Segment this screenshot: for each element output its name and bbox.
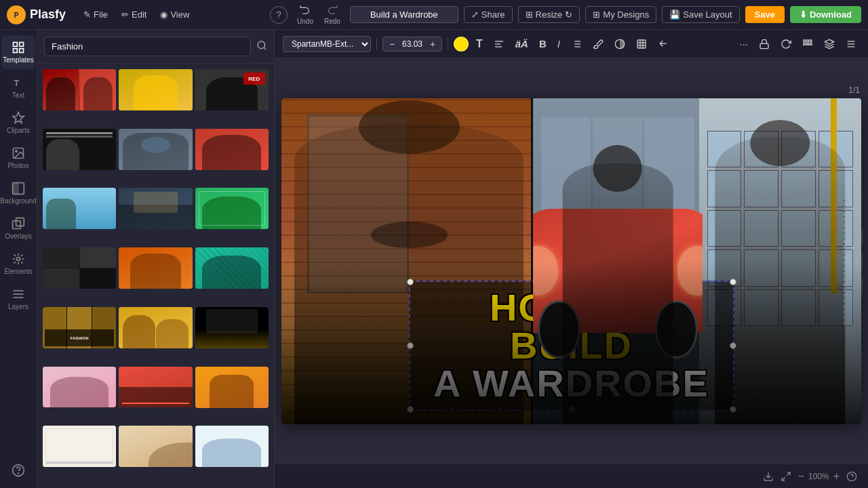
sidebar-item-cliparts[interactable]: Cliparts: [1, 106, 35, 140]
template-card[interactable]: [119, 426, 192, 467]
template-card[interactable]: [43, 367, 116, 408]
template-card[interactable]: FASHION: [43, 307, 116, 348]
undo-button[interactable]: Undo: [293, 3, 317, 26]
template-card[interactable]: [43, 188, 116, 229]
template-card[interactable]: [195, 129, 269, 170]
template-card[interactable]: [43, 247, 116, 289]
svg-point-20: [258, 41, 265, 49]
toolbar: SpartanMB-Ext... − 63.03 + T äÄ B I: [275, 30, 868, 58]
template-card[interactable]: [119, 367, 192, 408]
bottom-bar: − 100% +: [275, 464, 868, 488]
template-card[interactable]: [195, 188, 269, 229]
svg-line-50: [782, 477, 785, 481]
fill-button[interactable]: [654, 37, 672, 52]
svg-text:T: T: [14, 78, 19, 88]
view-menu[interactable]: ◉ View: [155, 7, 195, 22]
my-designs-button[interactable]: ⊞ My Designs: [585, 6, 656, 23]
page-indicator: 1/1: [848, 85, 860, 95]
svg-rect-3: [20, 43, 24, 47]
download-icon: ⬇: [800, 9, 807, 20]
italic-button[interactable]: I: [554, 36, 564, 52]
main-area: Templates T Text Cliparts Photos Backgro…: [0, 30, 868, 488]
opacity-button[interactable]: [611, 37, 629, 52]
templates-grid: RED: [37, 64, 274, 488]
design-title-input[interactable]: [350, 6, 458, 23]
template-card[interactable]: [43, 129, 116, 170]
svg-line-21: [264, 47, 266, 49]
resize-button[interactable]: ⊞ Resize ↻: [518, 6, 580, 23]
lock-button[interactable]: [755, 37, 773, 52]
more-options-button[interactable]: ···: [736, 36, 751, 52]
template-card[interactable]: [195, 307, 269, 348]
redo-button[interactable]: Redo: [320, 3, 344, 26]
align-center-button[interactable]: äÄ: [512, 36, 532, 52]
layers-panel-button[interactable]: [821, 37, 838, 52]
font-size-decrease[interactable]: −: [386, 39, 398, 49]
sidebar-item-text[interactable]: T Text: [1, 70, 35, 104]
template-card[interactable]: [119, 307, 192, 348]
list-button[interactable]: [568, 37, 585, 52]
grid-button[interactable]: [799, 37, 816, 52]
template-card[interactable]: RED: [195, 69, 269, 110]
nav-photos-label: Photos: [7, 162, 28, 169]
zoom-increase-button[interactable]: +: [833, 470, 840, 483]
effect-button[interactable]: [633, 37, 650, 52]
svg-rect-11: [13, 183, 18, 195]
search-input[interactable]: [44, 37, 251, 56]
font-size-increase[interactable]: +: [427, 39, 439, 49]
left-nav: Templates T Text Cliparts Photos Backgro…: [0, 30, 37, 488]
align-left-button[interactable]: [490, 37, 508, 52]
share-button[interactable]: ⤢ Share: [464, 6, 513, 23]
template-card[interactable]: [119, 69, 192, 110]
save-button[interactable]: Save: [745, 6, 785, 23]
template-card[interactable]: [119, 247, 192, 289]
svg-rect-32: [637, 40, 646, 48]
share-icon: ⤢: [471, 9, 479, 20]
bold-button[interactable]: B: [536, 36, 550, 52]
font-size-value: 63.03: [400, 39, 425, 49]
template-card[interactable]: [43, 69, 116, 110]
fullscreen-button[interactable]: [781, 471, 791, 482]
refresh-button[interactable]: [777, 37, 795, 52]
svg-rect-43: [810, 43, 812, 45]
template-card[interactable]: [43, 426, 116, 467]
sidebar-item-background[interactable]: Background: [1, 176, 35, 210]
sidebar-item-overlays[interactable]: Overlays: [1, 211, 35, 245]
nav-overlays-label: Overlays: [5, 232, 31, 240]
template-card[interactable]: [195, 367, 269, 408]
sidebar-item-photos[interactable]: Photos: [1, 141, 35, 175]
sidebar-item-layers[interactable]: Layers: [1, 282, 35, 316]
edit-menu[interactable]: ✏ Edit: [116, 7, 152, 22]
resize-icon: ⊞: [526, 9, 533, 20]
template-card[interactable]: [119, 129, 192, 170]
svg-text:P: P: [14, 12, 19, 19]
svg-marker-7: [13, 113, 24, 123]
export-button[interactable]: [763, 471, 774, 482]
svg-rect-38: [804, 40, 806, 42]
brush-button[interactable]: [589, 37, 607, 52]
template-card[interactable]: [195, 247, 269, 289]
nav-help-button[interactable]: [1, 458, 35, 483]
settings-button[interactable]: [842, 37, 860, 52]
font-family-select[interactable]: SpartanMB-Ext...: [283, 36, 371, 52]
search-icon[interactable]: [256, 40, 267, 54]
template-card[interactable]: [119, 188, 192, 229]
template-card[interactable]: [195, 426, 269, 467]
file-menu[interactable]: ✎ File: [78, 7, 113, 22]
zoom-decrease-button[interactable]: −: [798, 470, 804, 483]
download-button[interactable]: ⬇ Download: [790, 6, 861, 23]
logo: P Plasfy: [7, 5, 66, 24]
save-layout-button[interactable]: 💾 Save Layout: [662, 6, 739, 23]
sidebar-item-templates[interactable]: Templates: [1, 35, 35, 69]
text-type-button[interactable]: T: [473, 36, 486, 52]
canvas[interactable]: HOW TO BUILD A WARDROBE: [281, 98, 861, 424]
sidebar-item-elements[interactable]: Elements: [1, 247, 35, 281]
toolbar-divider-2: [448, 37, 448, 51]
logo-icon: P: [7, 5, 26, 24]
text-color-swatch[interactable]: [454, 37, 469, 52]
svg-rect-4: [14, 49, 18, 53]
help-button[interactable]: ?: [270, 6, 288, 24]
svg-rect-2: [14, 43, 18, 47]
canvas-area: 1/1 + ↻ ⧉: [275, 58, 868, 464]
help-info-button[interactable]: [846, 471, 857, 482]
